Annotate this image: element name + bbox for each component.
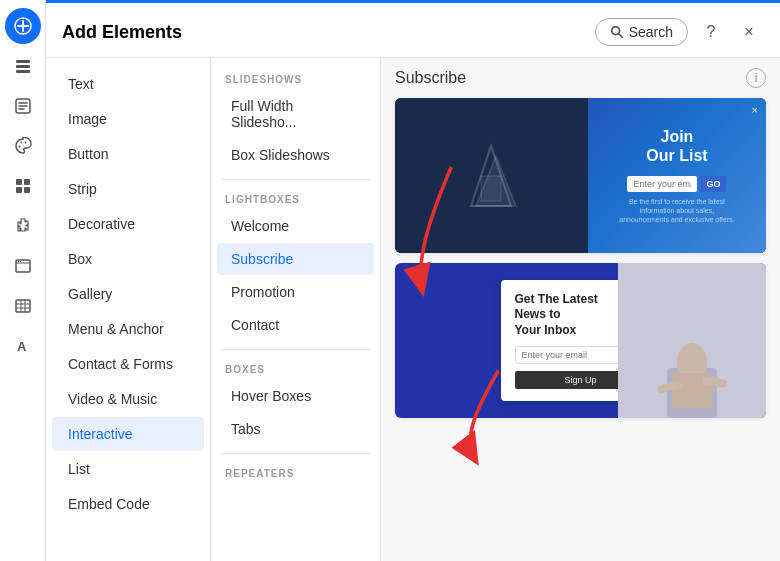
preview-card-2[interactable]: × Get The LatestNews toYour Inbox Sign U… [395,263,766,418]
svg-rect-16 [24,187,30,193]
subcategory-item-welcome[interactable]: Welcome [217,210,374,242]
card1-inner: × JoinOur List GO Be the first to receiv… [395,98,766,253]
close-icon: × [744,23,753,41]
divider-2 [221,349,370,350]
preview-title: Subscribe [395,69,466,87]
pages-icon[interactable] [5,48,41,84]
help-label: ? [707,23,716,41]
category-item-menu-anchor[interactable]: Menu & Anchor [52,312,204,346]
subcategory-item-tabs[interactable]: Tabs [217,413,374,445]
subcategory-item-subscribe[interactable]: Subscribe [217,243,374,275]
svg-rect-13 [16,179,22,185]
category-item-interactive[interactable]: Interactive [52,417,204,451]
category-item-embed-code[interactable]: Embed Code [52,487,204,521]
close-button[interactable]: × [734,17,764,47]
category-item-gallery[interactable]: Gallery [52,277,204,311]
category-item-box[interactable]: Box [52,242,204,276]
svg-point-18 [17,261,18,262]
media-icon[interactable] [5,248,41,284]
svg-rect-30 [481,176,501,201]
svg-point-19 [19,261,20,262]
svg-rect-20 [16,300,30,312]
fonts-icon[interactable]: A [5,328,41,364]
search-icon [610,25,624,39]
preview-header: Subscribe i [395,68,766,88]
svg-text:A: A [17,339,27,354]
svg-line-27 [618,34,622,38]
icon-sidebar: A [0,0,46,561]
main-panel: Add Elements Search ? × Text Image Butto… [46,0,780,561]
card1-join-text: JoinOur List [646,127,707,165]
svg-rect-4 [16,65,30,68]
section-label-lightboxes: LIGHTBOXES [211,188,380,209]
section-label-repeaters: REPEATERS [211,462,380,483]
subcategory-list: SLIDESHOWS Full Width Slidesho... Box Sl… [211,58,381,561]
category-item-list[interactable]: List [52,452,204,486]
category-item-decorative[interactable]: Decorative [52,207,204,241]
svg-rect-15 [16,187,22,193]
panel-header: Add Elements Search ? × [46,3,780,58]
table-icon[interactable] [5,288,41,324]
card2-image [618,263,766,418]
section-label-slideshows: SLIDESHOWS [211,68,380,89]
subcategory-item-promotion[interactable]: Promotion [217,276,374,308]
card1-close[interactable]: × [752,104,758,116]
abstract-shape [461,136,521,216]
svg-point-12 [24,142,26,144]
svg-rect-5 [16,70,30,73]
card1-email-input[interactable] [627,176,697,192]
card1-submit-button[interactable]: GO [700,176,726,192]
card1-right: × JoinOur List GO Be the first to receiv… [588,98,766,253]
svg-rect-3 [16,60,30,63]
section-label-boxes: BOXES [211,358,380,379]
preview-card-1[interactable]: × JoinOur List GO Be the first to receiv… [395,98,766,253]
category-item-button[interactable]: Button [52,137,204,171]
puzzle-icon[interactable] [5,208,41,244]
svg-point-10 [18,146,20,148]
category-item-contact-forms[interactable]: Contact & Forms [52,347,204,381]
card2-inner: × Get The LatestNews toYour Inbox Sign U… [395,263,766,418]
add-elements-icon[interactable] [5,8,41,44]
info-icon[interactable]: i [746,68,766,88]
header-actions: Search ? × [595,17,764,47]
info-label: i [755,71,758,85]
card1-small-text: Be the first to receive the latestinform… [619,197,734,224]
svg-point-11 [20,142,22,144]
preview-panel: Subscribe i [381,58,780,561]
theme-icon[interactable] [5,128,41,164]
category-item-image[interactable]: Image [52,102,204,136]
svg-rect-14 [24,179,30,185]
category-item-video-music[interactable]: Video & Music [52,382,204,416]
blog-icon[interactable] [5,88,41,124]
hands-svg [647,318,737,418]
category-list: Text Image Button Strip Decorative Box G… [46,58,211,561]
search-button[interactable]: Search [595,18,688,46]
card1-left [395,98,588,253]
subcategory-item-hover-boxes[interactable]: Hover Boxes [217,380,374,412]
category-item-strip[interactable]: Strip [52,172,204,206]
subcategory-item-box-slideshows[interactable]: Box Slideshows [217,139,374,171]
subcategory-item-contact[interactable]: Contact [217,309,374,341]
divider-1 [221,179,370,180]
divider-3 [221,453,370,454]
category-item-text[interactable]: Text [52,67,204,101]
help-button[interactable]: ? [696,17,726,47]
apps-icon[interactable] [5,168,41,204]
search-label: Search [629,24,673,40]
panel-title: Add Elements [62,22,182,43]
content-area: Text Image Button Strip Decorative Box G… [46,58,780,561]
subcategory-item-full-width-slideshow[interactable]: Full Width Slidesho... [217,90,374,138]
card1-form: GO [627,176,726,192]
